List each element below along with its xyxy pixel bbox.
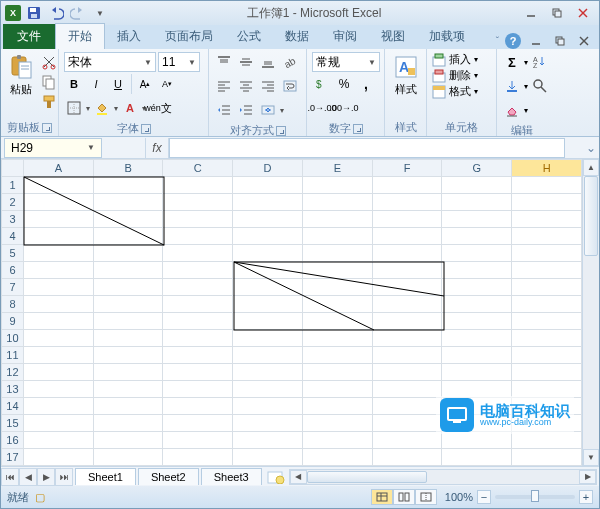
cell[interactable] bbox=[512, 313, 582, 330]
cell[interactable] bbox=[23, 194, 93, 211]
cell[interactable] bbox=[442, 381, 512, 398]
cell[interactable] bbox=[23, 449, 93, 466]
cell[interactable] bbox=[372, 432, 442, 449]
column-header[interactable]: B bbox=[93, 160, 163, 177]
cell[interactable] bbox=[93, 449, 163, 466]
cell[interactable] bbox=[163, 313, 233, 330]
merge-center-icon[interactable] bbox=[258, 100, 278, 120]
cell[interactable] bbox=[163, 364, 233, 381]
row-header[interactable]: 1 bbox=[2, 177, 24, 194]
autosum-icon[interactable]: Σ bbox=[502, 52, 522, 72]
cell[interactable] bbox=[512, 211, 582, 228]
align-right-icon[interactable] bbox=[258, 76, 278, 96]
decrease-indent-icon[interactable] bbox=[214, 100, 234, 120]
borders-icon[interactable] bbox=[64, 98, 84, 118]
cell[interactable] bbox=[442, 330, 512, 347]
cell[interactable] bbox=[23, 296, 93, 313]
cell[interactable] bbox=[302, 415, 372, 432]
row-header[interactable]: 9 bbox=[2, 313, 24, 330]
cell[interactable] bbox=[302, 262, 372, 279]
row-header[interactable]: 16 bbox=[2, 432, 24, 449]
cell[interactable] bbox=[233, 313, 303, 330]
cell[interactable] bbox=[233, 262, 303, 279]
cell[interactable] bbox=[512, 262, 582, 279]
horizontal-scroll-thumb[interactable] bbox=[307, 471, 427, 483]
cell[interactable] bbox=[233, 432, 303, 449]
tab-review[interactable]: 审阅 bbox=[321, 24, 369, 49]
tab-nav-last[interactable]: ⏭ bbox=[55, 468, 73, 486]
cell[interactable] bbox=[372, 296, 442, 313]
cell[interactable] bbox=[163, 398, 233, 415]
sheet-tab-2[interactable]: Sheet2 bbox=[138, 468, 199, 485]
align-bottom-icon[interactable] bbox=[258, 52, 278, 72]
cell[interactable] bbox=[93, 279, 163, 296]
zoom-in-button[interactable]: + bbox=[579, 490, 593, 504]
cell[interactable] bbox=[442, 279, 512, 296]
cell[interactable] bbox=[302, 228, 372, 245]
cell[interactable] bbox=[93, 415, 163, 432]
cell[interactable] bbox=[302, 313, 372, 330]
formula-bar[interactable] bbox=[169, 138, 565, 158]
clipboard-dialog-launcher[interactable] bbox=[42, 123, 52, 133]
align-top-icon[interactable] bbox=[214, 52, 234, 72]
cell[interactable] bbox=[442, 177, 512, 194]
cell[interactable] bbox=[372, 398, 442, 415]
row-header[interactable]: 8 bbox=[2, 296, 24, 313]
cell[interactable] bbox=[23, 398, 93, 415]
cells-format-button[interactable]: 格式▾ bbox=[432, 84, 478, 99]
scroll-down-button[interactable]: ▼ bbox=[583, 449, 599, 466]
cell[interactable] bbox=[302, 330, 372, 347]
cell[interactable] bbox=[93, 432, 163, 449]
cell[interactable] bbox=[372, 279, 442, 296]
align-middle-icon[interactable] bbox=[236, 52, 256, 72]
cell[interactable] bbox=[512, 449, 582, 466]
column-header[interactable]: H bbox=[512, 160, 582, 177]
row-header[interactable]: 15 bbox=[2, 415, 24, 432]
tab-nav-prev[interactable]: ◀ bbox=[19, 468, 37, 486]
cell[interactable] bbox=[442, 364, 512, 381]
cell[interactable] bbox=[163, 211, 233, 228]
doc-minimize-button[interactable] bbox=[527, 33, 545, 49]
cell[interactable] bbox=[23, 279, 93, 296]
cell[interactable] bbox=[512, 296, 582, 313]
number-dialog-launcher[interactable] bbox=[353, 124, 363, 134]
row-header[interactable]: 17 bbox=[2, 449, 24, 466]
cell[interactable] bbox=[23, 415, 93, 432]
help-icon[interactable]: ? bbox=[505, 33, 521, 49]
cell[interactable] bbox=[23, 228, 93, 245]
tab-nav-next[interactable]: ▶ bbox=[37, 468, 55, 486]
scroll-right-button[interactable]: ▶ bbox=[579, 470, 596, 484]
cell[interactable] bbox=[93, 177, 163, 194]
wrap-text-icon[interactable] bbox=[280, 76, 300, 96]
qat-save-icon[interactable] bbox=[25, 4, 43, 22]
cell[interactable] bbox=[512, 177, 582, 194]
cell[interactable] bbox=[23, 330, 93, 347]
orientation-icon[interactable]: ab bbox=[280, 52, 300, 72]
row-header[interactable]: 2 bbox=[2, 194, 24, 211]
cell[interactable] bbox=[23, 177, 93, 194]
cell[interactable] bbox=[372, 364, 442, 381]
zoom-out-button[interactable]: − bbox=[477, 490, 491, 504]
cell[interactable] bbox=[93, 296, 163, 313]
cell[interactable] bbox=[372, 194, 442, 211]
cell[interactable] bbox=[442, 432, 512, 449]
cell[interactable] bbox=[512, 432, 582, 449]
cell[interactable] bbox=[302, 211, 372, 228]
tab-nav-first[interactable]: ⏮ bbox=[1, 468, 19, 486]
cell[interactable] bbox=[93, 381, 163, 398]
scroll-up-button[interactable]: ▲ bbox=[583, 159, 599, 176]
cell[interactable] bbox=[163, 177, 233, 194]
cell[interactable] bbox=[93, 347, 163, 364]
font-dialog-launcher[interactable] bbox=[141, 124, 151, 134]
tab-formulas[interactable]: 公式 bbox=[225, 24, 273, 49]
cell[interactable] bbox=[163, 347, 233, 364]
cell[interactable] bbox=[93, 364, 163, 381]
tab-view[interactable]: 视图 bbox=[369, 24, 417, 49]
view-page-break-button[interactable] bbox=[415, 489, 437, 505]
cell[interactable] bbox=[372, 313, 442, 330]
cell[interactable] bbox=[233, 245, 303, 262]
phonetic-icon[interactable]: wén文 bbox=[148, 98, 168, 118]
cell[interactable] bbox=[512, 279, 582, 296]
alignment-dialog-launcher[interactable] bbox=[276, 126, 286, 136]
tab-addins[interactable]: 加载项 bbox=[417, 24, 477, 49]
